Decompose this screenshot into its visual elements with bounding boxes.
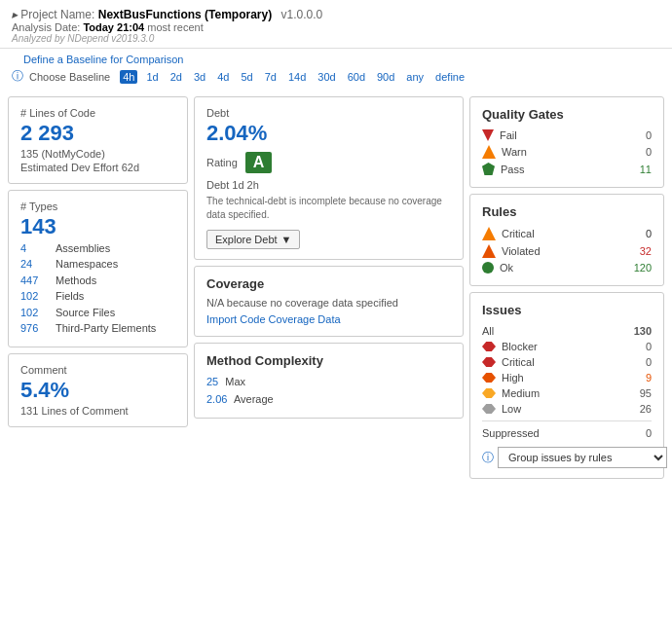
rules-card: Rules Critical 0 Violated 32 Ok 120 (469, 194, 664, 286)
issues-critical-icon (482, 357, 496, 367)
explore-debt-label: Explore Debt (215, 234, 278, 245)
issues-all-row: All 130 (482, 323, 652, 339)
qg-fail-count: 0 (628, 129, 652, 141)
avg-label: Average (234, 393, 274, 405)
types-items: 4Assemblies 24Namespaces 447Methods 102F… (20, 240, 175, 337)
rules-critical-count: 0 (624, 228, 652, 239)
qg-fail-row: Fail 0 (482, 128, 652, 143)
issues-medium-count: 95 (624, 387, 652, 399)
issues-all-label: All (482, 325, 618, 337)
violated-icon (482, 244, 496, 258)
issues-low-label: Low (502, 403, 618, 415)
analysis-date: Today 21:04 (83, 21, 144, 33)
suppressed-label: Suppressed (482, 427, 624, 439)
list-item: 447Methods (20, 273, 175, 289)
warn-icon (482, 145, 496, 159)
time-60d[interactable]: 60d (345, 70, 368, 84)
qg-pass-label: Pass (501, 164, 622, 175)
import-coverage-link[interactable]: Import Code Coverage Data (206, 313, 341, 325)
debt-card: Debt 2.04% Rating A Debt 1d 2h The techn… (194, 96, 464, 260)
complexity-avg: 2.06 Average (206, 391, 451, 409)
complexity-title: Method Complexity (206, 353, 451, 368)
debt-note: The technical-debt is incomplete because… (206, 195, 451, 222)
dropdown-arrow-icon: ▼ (281, 234, 292, 245)
group-issues-select[interactable]: Group issues by rules Group issues by na… (498, 447, 667, 468)
info-icon: ⓘ (12, 68, 23, 85)
list-item: 102Fields (20, 288, 175, 305)
rating-label: Rating (206, 157, 238, 168)
issues-all-count: 130 (624, 325, 652, 337)
baseline-link[interactable]: Define a Baseline for Comparison (12, 48, 195, 71)
loc-dev-effort: Estimated Dev Effort 62d (20, 162, 175, 173)
suppressed-row: Suppressed 0 (482, 425, 652, 443)
quality-gates-card: Quality Gates Fail 0 Warn 0 Pass 11 (469, 96, 664, 188)
loc-title: # Lines of Code (20, 107, 175, 119)
loc-value: 2 293 (20, 121, 175, 146)
coverage-na: N/A because no coverage data specified (206, 297, 451, 309)
types-title: # Types (20, 201, 175, 212)
version: v1.0.0.0 (281, 8, 323, 21)
time-4h[interactable]: 4h (120, 70, 137, 84)
issues-title: Issues (482, 303, 652, 317)
list-item: 102Source Files (20, 305, 175, 321)
time-90d[interactable]: 90d (374, 70, 397, 84)
comment-title: Comment (20, 364, 175, 376)
header-line1: ▸ Project Name: NextBusFunctions (Tempor… (12, 8, 660, 21)
issues-high-label: High (502, 372, 618, 384)
explore-debt-button[interactable]: Explore Debt ▼ (206, 230, 300, 249)
pass-icon (482, 163, 495, 175)
list-item: 4Assemblies (20, 240, 175, 257)
coverage-title: Coverage (206, 276, 451, 291)
rules-title: Rules (482, 204, 652, 219)
time-3d[interactable]: 3d (191, 70, 208, 84)
rules-violated-row: Violated 32 (482, 242, 652, 260)
issues-medium-row: Medium 95 (482, 385, 652, 401)
time-5d[interactable]: 5d (238, 70, 255, 84)
time-any[interactable]: any (403, 70, 427, 84)
project-icon: ▸ (12, 8, 20, 21)
rating-row: Rating A (206, 152, 451, 173)
quality-gates-title: Quality Gates (482, 107, 652, 122)
rules-critical-label: Critical (502, 228, 618, 239)
debt-title: Debt (206, 107, 451, 119)
issues-divider (482, 420, 652, 421)
ok-icon (482, 262, 494, 274)
max-value: 25 (206, 376, 218, 387)
issues-medium-icon (482, 388, 496, 398)
critical-icon (482, 227, 496, 240)
analysis-note: most recent (147, 21, 203, 33)
time-14d[interactable]: 14d (285, 70, 309, 84)
list-item: 24Namespaces (20, 256, 175, 273)
loc-notmycode: 135 (NotMyCode) (20, 148, 175, 160)
fail-icon (482, 129, 494, 141)
issues-high-count: 9 (624, 372, 652, 384)
time-define[interactable]: define (432, 70, 467, 84)
issues-card: Issues All 130 Blocker 0 Critical 0 High… (469, 292, 664, 479)
list-item: 976Third-Party Elements (20, 320, 175, 337)
baseline-row: ⓘ Choose Baseline 4h 1d 2d 3d 4d 5d 7d 1… (0, 66, 672, 91)
issues-high-icon (482, 373, 496, 383)
rules-violated-count: 32 (624, 245, 652, 257)
issues-critical-count: 0 (624, 356, 652, 368)
issues-low-count: 26 (624, 403, 652, 415)
qg-fail-label: Fail (500, 129, 622, 141)
analysis-label: Analysis Date: (12, 21, 80, 33)
time-4d[interactable]: 4d (214, 70, 232, 84)
time-2d[interactable]: 2d (168, 70, 185, 84)
issues-high-row: High 9 (482, 370, 652, 385)
issues-low-row: Low 26 (482, 401, 652, 417)
rules-ok-label: Ok (500, 262, 618, 274)
avg-value: 2.06 (206, 393, 227, 405)
header-line2: Analysis Date: Today 21:04 most recent (12, 21, 660, 33)
issues-blocker-count: 0 (624, 341, 652, 352)
time-1d[interactable]: 1d (143, 70, 161, 84)
time-7d[interactable]: 7d (262, 70, 280, 84)
time-30d[interactable]: 30d (315, 70, 338, 84)
blocker-icon (482, 342, 496, 351)
comment-lines: 131 Lines of Comment (20, 405, 175, 417)
qg-warn-count: 0 (628, 146, 652, 158)
main-grid: # Lines of Code 2 293 135 (NotMyCode) Es… (0, 91, 672, 485)
left-column: # Lines of Code 2 293 135 (NotMyCode) Es… (8, 96, 188, 479)
rules-ok-count: 120 (624, 262, 652, 274)
debt-detail: Debt 1d 2h (206, 179, 451, 191)
